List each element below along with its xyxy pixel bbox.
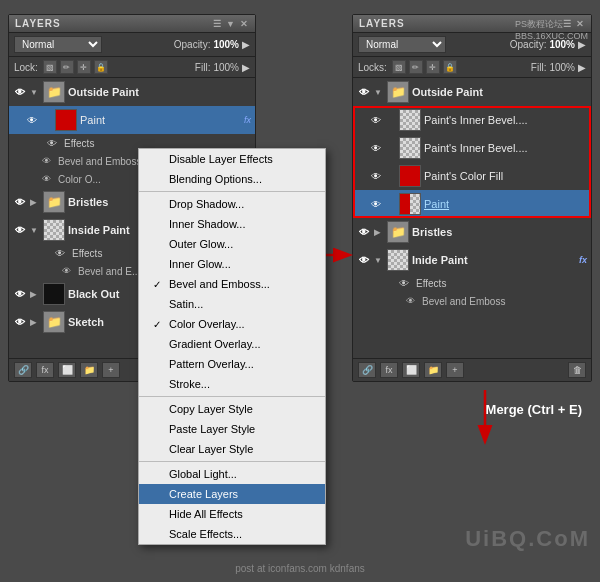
ctx-copy-style[interactable]: Copy Layer Style [139, 399, 325, 419]
r-expand-inside[interactable]: ▼ [374, 256, 384, 265]
r-del-btn[interactable]: 🗑 [568, 362, 586, 378]
ctx-pattern-overlay[interactable]: Pattern Overlay... [139, 354, 325, 374]
ctx-bevel-emboss[interactable]: ✓ Bevel and Emboss... [139, 274, 325, 294]
r-layer-outside-paint[interactable]: 👁 ▼ 📁 Outside Paint [353, 78, 591, 106]
add-style-btn[interactable]: fx [36, 362, 54, 378]
eye-outside-paint[interactable]: 👁 [13, 85, 27, 99]
r-layer-bevel1[interactable]: 👁 Paint's Inner Bevel.... [353, 106, 591, 134]
right-lock-icons: ▧ ✏ ✛ 🔒 [392, 60, 457, 74]
bottom-text: post at iconfans.com kdnfans [0, 563, 600, 574]
eye-bristles[interactable]: 👁 [13, 195, 27, 209]
ctx-outer-glow[interactable]: Outer Glow... [139, 234, 325, 254]
right-lock-all[interactable]: 🔒 [443, 60, 457, 74]
r-eye-sub-bevel[interactable]: 👁 [403, 294, 417, 308]
r-layer-colorfill[interactable]: 👁 Paint's Color Fill [353, 162, 591, 190]
add-mask-btn[interactable]: ⬜ [58, 362, 76, 378]
r-expand-outside[interactable]: ▼ [374, 88, 384, 97]
r-layer-bristles[interactable]: 👁 ▶ 📁 Bristles [353, 218, 591, 246]
r-layer-inside-paint[interactable]: 👁 ▼ Inide Paint fx [353, 246, 591, 274]
eye-effects[interactable]: 👁 [45, 136, 59, 150]
lock-all-btn[interactable]: 🔒 [94, 60, 108, 74]
new-group-btn[interactable]: 📁 [80, 362, 98, 378]
r-eye-outside[interactable]: 👁 [357, 85, 371, 99]
ctx-gradient-overlay[interactable]: Gradient Overlay... [139, 334, 325, 354]
panel-menu-icon[interactable]: ☰ [213, 19, 222, 29]
ctx-stroke[interactable]: Stroke... [139, 374, 325, 394]
r-group-btn[interactable]: 📁 [424, 362, 442, 378]
expand-outside-paint[interactable]: ▼ [30, 88, 40, 97]
lock-transparent-btn[interactable]: ▧ [43, 60, 57, 74]
r-eye-paint[interactable]: 👁 [369, 197, 383, 211]
lock-pixels-btn[interactable]: ✏ [60, 60, 74, 74]
expand-sketch[interactable]: ▶ [30, 318, 40, 327]
ctx-paste-style[interactable]: Paste Layer Style [139, 419, 325, 439]
r-expand-bristles[interactable]: ▶ [374, 228, 384, 237]
r-eye-colorfill[interactable]: 👁 [369, 169, 383, 183]
link-layers-btn[interactable]: 🔗 [14, 362, 32, 378]
ctx-blending-options[interactable]: Blending Options... [139, 169, 325, 189]
eye-color-overlay[interactable]: 👁 [39, 172, 53, 186]
r-eye-inside[interactable]: 👁 [357, 253, 371, 267]
right-lock-p[interactable]: ✏ [409, 60, 423, 74]
name-paint: Paint [80, 114, 241, 126]
ctx-create-layers[interactable]: Create Layers [139, 484, 325, 504]
right-blend-mode[interactable]: Normal [358, 36, 446, 53]
r-layer-bevel2[interactable]: 👁 Paint's Inner Bevel.... [353, 134, 591, 162]
expand-bristles[interactable]: ▶ [30, 198, 40, 207]
panel-collapse-icon[interactable]: ▼ [226, 19, 236, 29]
layer-outside-paint[interactable]: 👁 ▼ 📁 Outside Paint [9, 78, 255, 106]
label-satin: Satin... [169, 298, 203, 310]
ctx-clear-style[interactable]: Clear Layer Style [139, 439, 325, 459]
r-fx-btn[interactable]: fx [380, 362, 398, 378]
eye-bevel2[interactable]: 👁 [59, 264, 73, 278]
new-layer-btn[interactable]: + [102, 362, 120, 378]
effects-label: Effects [64, 138, 94, 149]
ctx-disable-effects[interactable]: Disable Layer Effects [139, 149, 325, 169]
thumb-paint [55, 109, 77, 131]
watermark-text: UiBQ.CoM [465, 526, 590, 551]
r-mask-btn[interactable]: ⬜ [402, 362, 420, 378]
panel-close-icon[interactable]: ✕ [240, 19, 249, 29]
r-new-btn[interactable]: + [446, 362, 464, 378]
expand-black-out[interactable]: ▶ [30, 290, 40, 299]
eye-bevel[interactable]: 👁 [39, 154, 53, 168]
ctx-scale-effects[interactable]: Scale Effects... [139, 524, 325, 544]
ctx-hide-effects[interactable]: Hide All Effects [139, 504, 325, 524]
layer-paint[interactable]: 👁 Paint fx [9, 106, 255, 134]
blend-mode-select[interactable]: Normal [14, 36, 102, 53]
label-outer-glow: Outer Glow... [169, 238, 233, 250]
ctx-color-overlay[interactable]: ✓ Color Overlay... [139, 314, 325, 334]
eye-black-out[interactable]: 👁 [13, 287, 27, 301]
lock-position-btn[interactable]: ✛ [77, 60, 91, 74]
r-effects-row: 👁 Effects [353, 274, 591, 292]
r-sub-bevel[interactable]: 👁 Bevel and Emboss [353, 292, 591, 310]
opacity-arrow[interactable]: ▶ [242, 39, 250, 50]
expand-inside-paint[interactable]: ▼ [30, 226, 40, 235]
r-thumb-bevel1 [399, 109, 421, 131]
ctx-inner-shadow[interactable]: Inner Shadow... [139, 214, 325, 234]
label-global-light: Global Light... [169, 468, 237, 480]
r-eye-effects[interactable]: 👁 [397, 276, 411, 290]
titlebar-controls: ☰ ▼ ✕ [213, 19, 249, 29]
r-eye-bevel1[interactable]: 👁 [369, 113, 383, 127]
ctx-global-light[interactable]: Global Light... [139, 464, 325, 484]
ctx-drop-shadow[interactable]: Drop Shadow... [139, 194, 325, 214]
lock-row: Lock: ▧ ✏ ✛ 🔒 Fill: 100% ▶ [9, 57, 255, 78]
r-eye-bevel2[interactable]: 👁 [369, 141, 383, 155]
eye-paint[interactable]: 👁 [25, 113, 39, 127]
r-name-bevel1: Paint's Inner Bevel.... [424, 114, 587, 126]
ctx-inner-glow[interactable]: Inner Glow... [139, 254, 325, 274]
right-fill-arrow[interactable]: ▶ [578, 62, 586, 73]
sub-bevel-label: Bevel and Emboss [58, 156, 141, 167]
right-lock-t[interactable]: ▧ [392, 60, 406, 74]
eye-effects2[interactable]: 👁 [53, 246, 67, 260]
r-eye-bristles[interactable]: 👁 [357, 225, 371, 239]
right-lock-label: Locks: [358, 62, 387, 73]
eye-inside-paint[interactable]: 👁 [13, 223, 27, 237]
r-layer-paint[interactable]: 👁 Paint [353, 190, 591, 218]
right-lock-pos[interactable]: ✛ [426, 60, 440, 74]
eye-sketch[interactable]: 👁 [13, 315, 27, 329]
r-link-btn[interactable]: 🔗 [358, 362, 376, 378]
fill-arrow[interactable]: ▶ [242, 62, 250, 73]
ctx-satin[interactable]: Satin... [139, 294, 325, 314]
